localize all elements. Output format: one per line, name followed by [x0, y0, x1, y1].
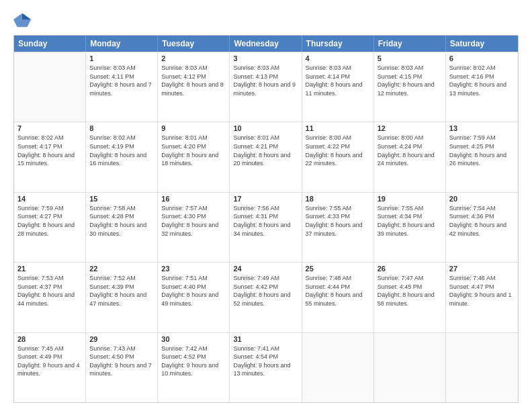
day-detail: Sunrise: 7:42 AM Sunset: 4:52 PM Dayligh…: [161, 345, 226, 378]
calendar-week: 7Sunrise: 8:02 AM Sunset: 4:17 PM Daylig…: [14, 122, 518, 191]
day-detail: Sunrise: 7:59 AM Sunset: 4:27 PM Dayligh…: [17, 204, 82, 238]
day-detail: Sunrise: 7:53 AM Sunset: 4:37 PM Dayligh…: [17, 274, 82, 308]
calendar-header-cell: Friday: [374, 36, 446, 52]
calendar-header-cell: Thursday: [302, 36, 374, 52]
calendar-header-cell: Tuesday: [158, 36, 230, 52]
day-detail: Sunrise: 8:00 AM Sunset: 4:22 PM Dayligh…: [306, 134, 370, 167]
logo-icon: [13, 11, 32, 30]
calendar-cell: 4Sunrise: 8:03 AM Sunset: 4:14 PM Daylig…: [302, 52, 374, 122]
calendar-week: 1Sunrise: 8:03 AM Sunset: 4:11 PM Daylig…: [14, 52, 518, 122]
calendar-header-cell: Sunday: [14, 36, 86, 52]
day-detail: Sunrise: 7:55 AM Sunset: 4:34 PM Dayligh…: [378, 204, 442, 238]
day-number: 15: [89, 195, 154, 203]
day-number: 17: [233, 195, 298, 203]
calendar-cell: [446, 333, 518, 402]
calendar-cell: 28Sunrise: 7:45 AM Sunset: 4:49 PM Dayli…: [14, 333, 86, 402]
svg-marker-1: [22, 13, 31, 19]
calendar-cell: [14, 52, 86, 122]
calendar-cell: 2Sunrise: 8:03 AM Sunset: 4:12 PM Daylig…: [158, 52, 230, 122]
day-detail: Sunrise: 8:02 AM Sunset: 4:17 PM Dayligh…: [17, 134, 82, 167]
calendar-cell: 30Sunrise: 7:42 AM Sunset: 4:52 PM Dayli…: [158, 333, 230, 402]
calendar-cell: 13Sunrise: 7:59 AM Sunset: 4:25 PM Dayli…: [446, 122, 518, 191]
calendar-cell: 24Sunrise: 7:49 AM Sunset: 4:42 PM Dayli…: [230, 263, 302, 332]
day-number: 30: [161, 335, 226, 343]
svg-marker-0: [13, 13, 31, 28]
calendar-cell: 5Sunrise: 8:03 AM Sunset: 4:15 PM Daylig…: [374, 52, 446, 122]
calendar-header-cell: Wednesday: [230, 36, 302, 52]
day-number: 3: [233, 54, 298, 62]
day-detail: Sunrise: 8:02 AM Sunset: 4:16 PM Dayligh…: [449, 64, 515, 97]
day-detail: Sunrise: 7:46 AM Sunset: 4:47 PM Dayligh…: [449, 274, 515, 308]
day-number: 26: [378, 265, 442, 273]
day-detail: Sunrise: 7:59 AM Sunset: 4:25 PM Dayligh…: [449, 134, 515, 167]
day-detail: Sunrise: 8:03 AM Sunset: 4:12 PM Dayligh…: [161, 64, 226, 97]
calendar-cell: 14Sunrise: 7:59 AM Sunset: 4:27 PM Dayli…: [14, 193, 86, 262]
calendar-cell: 27Sunrise: 7:46 AM Sunset: 4:47 PM Dayli…: [446, 263, 518, 332]
day-number: 11: [306, 124, 370, 132]
calendar: SundayMondayTuesdayWednesdayThursdayFrid…: [13, 35, 519, 403]
day-number: 4: [306, 54, 370, 62]
day-number: 5: [378, 54, 442, 62]
calendar-cell: 20Sunrise: 7:54 AM Sunset: 4:36 PM Dayli…: [446, 193, 518, 262]
calendar-cell: 8Sunrise: 8:02 AM Sunset: 4:19 PM Daylig…: [86, 122, 158, 191]
day-number: 20: [449, 195, 515, 203]
calendar-body: 1Sunrise: 8:03 AM Sunset: 4:11 PM Daylig…: [14, 52, 518, 402]
calendar-header-row: SundayMondayTuesdayWednesdayThursdayFrid…: [14, 36, 518, 52]
day-number: 18: [306, 195, 370, 203]
day-detail: Sunrise: 8:01 AM Sunset: 4:20 PM Dayligh…: [161, 134, 226, 167]
calendar-header-cell: Saturday: [446, 36, 518, 52]
day-detail: Sunrise: 8:01 AM Sunset: 4:21 PM Dayligh…: [233, 134, 298, 167]
day-detail: Sunrise: 7:58 AM Sunset: 4:28 PM Dayligh…: [89, 204, 154, 238]
day-detail: Sunrise: 8:03 AM Sunset: 4:13 PM Dayligh…: [233, 64, 298, 97]
header: [13, 11, 519, 30]
calendar-cell: 21Sunrise: 7:53 AM Sunset: 4:37 PM Dayli…: [14, 263, 86, 332]
day-detail: Sunrise: 7:43 AM Sunset: 4:50 PM Dayligh…: [89, 345, 154, 378]
calendar-cell: 17Sunrise: 7:56 AM Sunset: 4:31 PM Dayli…: [230, 193, 302, 262]
day-detail: Sunrise: 8:00 AM Sunset: 4:24 PM Dayligh…: [378, 134, 442, 167]
day-detail: Sunrise: 8:03 AM Sunset: 4:15 PM Dayligh…: [378, 64, 442, 97]
calendar-cell: 7Sunrise: 8:02 AM Sunset: 4:17 PM Daylig…: [14, 122, 86, 191]
calendar-cell: 9Sunrise: 8:01 AM Sunset: 4:20 PM Daylig…: [158, 122, 230, 191]
calendar-cell: 23Sunrise: 7:51 AM Sunset: 4:40 PM Dayli…: [158, 263, 230, 332]
day-number: 2: [161, 54, 226, 62]
calendar-cell: 16Sunrise: 7:57 AM Sunset: 4:30 PM Dayli…: [158, 193, 230, 262]
day-detail: Sunrise: 7:54 AM Sunset: 4:36 PM Dayligh…: [449, 204, 515, 238]
day-number: 29: [89, 335, 154, 343]
calendar-cell: 3Sunrise: 8:03 AM Sunset: 4:13 PM Daylig…: [230, 52, 302, 122]
day-detail: Sunrise: 7:57 AM Sunset: 4:30 PM Dayligh…: [161, 204, 226, 238]
day-number: 23: [161, 265, 226, 273]
day-detail: Sunrise: 8:02 AM Sunset: 4:19 PM Dayligh…: [89, 134, 154, 167]
calendar-header-cell: Monday: [86, 36, 158, 52]
day-number: 19: [378, 195, 442, 203]
day-number: 10: [233, 124, 298, 132]
day-detail: Sunrise: 7:41 AM Sunset: 4:54 PM Dayligh…: [233, 345, 298, 378]
calendar-cell: 25Sunrise: 7:48 AM Sunset: 4:44 PM Dayli…: [302, 263, 374, 332]
calendar-week: 14Sunrise: 7:59 AM Sunset: 4:27 PM Dayli…: [14, 192, 518, 262]
day-detail: Sunrise: 7:47 AM Sunset: 4:45 PM Dayligh…: [378, 274, 442, 308]
day-number: 7: [17, 124, 82, 132]
calendar-cell: 10Sunrise: 8:01 AM Sunset: 4:21 PM Dayli…: [230, 122, 302, 191]
day-number: 31: [233, 335, 298, 343]
calendar-cell: [302, 333, 374, 402]
day-detail: Sunrise: 8:03 AM Sunset: 4:14 PM Dayligh…: [306, 64, 370, 97]
day-number: 21: [17, 265, 82, 273]
calendar-week: 28Sunrise: 7:45 AM Sunset: 4:49 PM Dayli…: [14, 332, 518, 402]
calendar-cell: 26Sunrise: 7:47 AM Sunset: 4:45 PM Dayli…: [374, 263, 446, 332]
calendar-cell: 22Sunrise: 7:52 AM Sunset: 4:39 PM Dayli…: [86, 263, 158, 332]
calendar-cell: 11Sunrise: 8:00 AM Sunset: 4:22 PM Dayli…: [302, 122, 374, 191]
day-detail: Sunrise: 7:55 AM Sunset: 4:33 PM Dayligh…: [306, 204, 370, 238]
calendar-cell: 12Sunrise: 8:00 AM Sunset: 4:24 PM Dayli…: [374, 122, 446, 191]
calendar-cell: 1Sunrise: 8:03 AM Sunset: 4:11 PM Daylig…: [86, 52, 158, 122]
day-number: 27: [449, 265, 515, 273]
calendar-cell: 6Sunrise: 8:02 AM Sunset: 4:16 PM Daylig…: [446, 52, 518, 122]
day-detail: Sunrise: 8:03 AM Sunset: 4:11 PM Dayligh…: [89, 64, 154, 97]
day-detail: Sunrise: 7:45 AM Sunset: 4:49 PM Dayligh…: [17, 345, 82, 378]
logo: [13, 11, 35, 30]
calendar-week: 21Sunrise: 7:53 AM Sunset: 4:37 PM Dayli…: [14, 262, 518, 332]
day-number: 14: [17, 195, 82, 203]
calendar-cell: 31Sunrise: 7:41 AM Sunset: 4:54 PM Dayli…: [230, 333, 302, 402]
calendar-cell: 29Sunrise: 7:43 AM Sunset: 4:50 PM Dayli…: [86, 333, 158, 402]
calendar-cell: 18Sunrise: 7:55 AM Sunset: 4:33 PM Dayli…: [302, 193, 374, 262]
day-number: 1: [89, 54, 154, 62]
page: SundayMondayTuesdayWednesdayThursdayFrid…: [0, 0, 532, 411]
